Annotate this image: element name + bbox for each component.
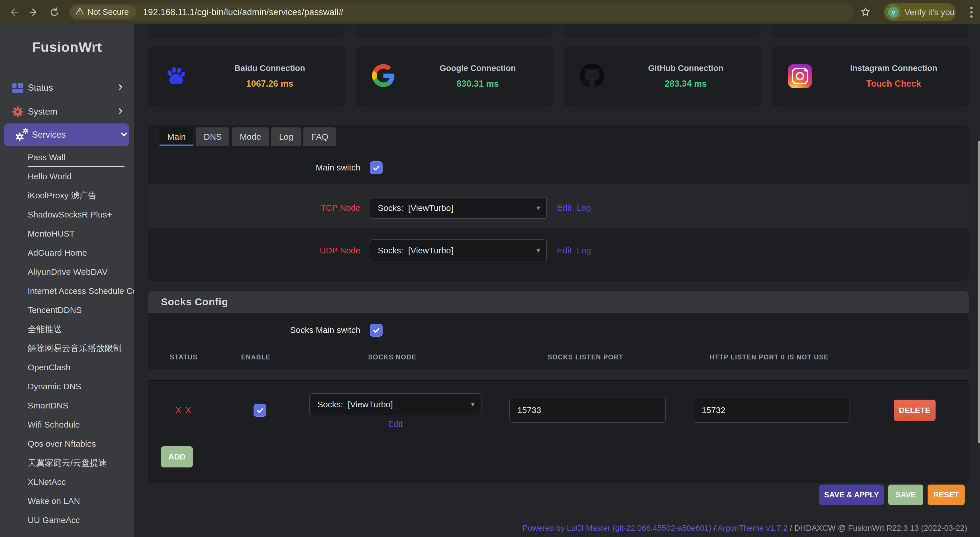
browser-menu-icon[interactable] xyxy=(970,7,973,20)
bookmark-star-icon[interactable] xyxy=(860,6,871,19)
tcp-edit-link[interactable]: Edit xyxy=(557,203,572,212)
passwall-panel: Main DNS Mode Log FAQ Main switch TCP No… xyxy=(148,125,969,281)
socks-main-switch-label: Socks Main switch xyxy=(148,325,360,335)
tcp-node-links: EditLog xyxy=(557,203,596,213)
main-content: Baidu Connection 1067.26 ms Google Conne… xyxy=(134,24,980,537)
sidebar-item-tianyi[interactable]: 天翼家庭云/云盘提速 xyxy=(0,453,134,472)
sidebar-item-xlnetacc[interactable]: XLNetAcc xyxy=(0,472,134,491)
sidebar-item-openclash[interactable]: OpenClash xyxy=(0,358,134,377)
delete-button[interactable]: DELETE xyxy=(894,400,935,421)
dropdown-caret-icon: ▾ xyxy=(536,246,540,255)
card-title: Instagram Connection xyxy=(850,64,937,73)
socks-node-select[interactable]: Socks: [ViewTurbo] ▾ xyxy=(309,394,482,415)
socks-row-edit-link[interactable]: Edit xyxy=(388,419,403,429)
tcp-log-link[interactable]: Log xyxy=(577,203,591,212)
partial-card xyxy=(356,25,553,38)
udp-log-link[interactable]: Log xyxy=(577,246,591,255)
card-title: GitHub Connection xyxy=(648,64,723,73)
browser-toolbar: Not Secure 192.168.11.1/cgi-bin/luci/adm… xyxy=(0,0,980,24)
udp-node-select[interactable]: Socks: [ViewTurbo] ▾ xyxy=(370,239,547,261)
udp-edit-link[interactable]: Edit xyxy=(557,246,572,255)
sidebar-item-services[interactable]: Services xyxy=(4,123,129,146)
sidebar-item-mentohust[interactable]: MentoHUST xyxy=(0,224,134,243)
sidebar-item-smartdns[interactable]: SmartDNS xyxy=(0,396,134,415)
sidebar-item-wifischedule[interactable]: Wifi Schedule xyxy=(0,415,134,434)
gears-icon xyxy=(16,129,27,140)
back-icon[interactable] xyxy=(7,6,20,19)
reset-button[interactable]: RESET xyxy=(928,484,965,505)
sidebar-item-wol[interactable]: Wake on LAN xyxy=(0,491,134,510)
sidebar-item-qos[interactable]: Qos over Nftables xyxy=(0,434,134,453)
sidebar-item-schedule-control[interactable]: Internet Access Schedule Con xyxy=(0,281,134,300)
card-latency-value: 283.34 ms xyxy=(665,79,707,89)
sidebar-item-adguard[interactable]: AdGuard Home xyxy=(0,243,134,262)
sidebar-item-ssrplus[interactable]: ShadowSocksR Plus+ xyxy=(0,205,134,224)
save-apply-button[interactable]: SAVE & APPLY xyxy=(819,484,884,505)
partial-card xyxy=(772,25,969,38)
sidebar-item-system[interactable]: System xyxy=(0,100,134,124)
sidebar-item-uugameacc[interactable]: UU GameAcc xyxy=(0,510,134,530)
warning-icon xyxy=(75,7,84,18)
status-grid-icon xyxy=(12,82,23,94)
argon-theme-link[interactable]: ArgonTheme v1.7.2 xyxy=(718,524,788,532)
refresh-icon[interactable] xyxy=(48,6,61,19)
sidebar-item-ikoolproxy[interactable]: iKoolProxy 滤广告 xyxy=(0,186,134,205)
firmware-version-text: DHDAXCW @ FusionWrt R22.3.13 (2022-03-22… xyxy=(794,524,967,532)
main-switch-checkbox[interactable] xyxy=(370,161,383,174)
http-listen-port-input[interactable] xyxy=(694,398,850,423)
add-button[interactable]: ADD xyxy=(161,446,193,467)
chevron-down-icon xyxy=(120,130,128,139)
socks-listen-port-input[interactable] xyxy=(509,398,666,423)
tab-dns[interactable]: DNS xyxy=(196,127,229,146)
card-latency-value: 830.31 ms xyxy=(457,79,499,89)
card-google-connection: Google Connection 830.31 ms xyxy=(356,46,553,106)
google-g-icon xyxy=(372,64,395,88)
udp-node-links: EditLog xyxy=(557,246,596,255)
card-latency-value: 1067.26 ms xyxy=(246,79,293,89)
main-switch-label: Main switch xyxy=(148,163,360,172)
partial-card xyxy=(148,25,345,38)
scrollbar-thumb[interactable] xyxy=(978,141,980,443)
tab-mode[interactable]: Mode xyxy=(232,127,269,146)
save-button[interactable]: SAVE xyxy=(888,484,923,505)
section-title: Socks Config xyxy=(161,296,228,308)
instagram-icon xyxy=(788,64,812,88)
sidebar-item-passwall[interactable]: Pass Wall xyxy=(0,148,134,167)
not-secure-chip[interactable]: Not Secure xyxy=(70,5,136,19)
url-text[interactable]: 192.168.11.1/cgi-bin/luci/admin/services… xyxy=(143,7,344,18)
avatar-ring: v xyxy=(886,5,900,19)
sidebar-item-status[interactable]: Status xyxy=(0,76,134,100)
sidebar-item-ddns[interactable]: Dynamic DNS xyxy=(0,377,134,396)
services-submenu: Pass Wall Hello World iKoolProxy 滤广告 Sha… xyxy=(0,148,134,530)
chevron-right-icon xyxy=(117,107,124,116)
socks-main-switch-checkbox[interactable] xyxy=(370,324,383,336)
page-footer: Powered by LuCI Master (git-22.068.45502… xyxy=(134,524,967,533)
sidebar-item-tencentddns[interactable]: TencentDDNS xyxy=(0,300,134,320)
card-baidu-connection: Baidu Connection 1067.26 ms xyxy=(148,46,345,106)
tab-faq[interactable]: FAQ xyxy=(304,127,336,146)
tcp-node-label: TCP Node xyxy=(148,203,360,213)
sidebar-item-aliyundrive[interactable]: AliyunDrive WebDAV xyxy=(0,262,134,281)
sidebar-item-push[interactable]: 全能推送 xyxy=(0,320,134,339)
table-divider-row xyxy=(148,369,969,381)
forward-icon[interactable] xyxy=(27,6,40,19)
baidu-paw-icon xyxy=(164,64,188,89)
tcp-node-select[interactable]: Socks: [ViewTurbo] ▾ xyxy=(370,197,547,219)
tab-log[interactable]: Log xyxy=(271,127,301,146)
sidebar-item-unblock-netease[interactable]: 解除网易云音乐播放限制 xyxy=(0,339,134,358)
card-title: Google Connection xyxy=(439,64,515,73)
chevron-right-icon xyxy=(117,83,124,92)
luci-link[interactable]: Powered by LuCI Master (git-22.068.45502… xyxy=(522,524,711,532)
profile-button[interactable]: v Verify it's you xyxy=(884,3,956,21)
col-header-enable: ENABLE xyxy=(241,354,270,361)
socks-row-enable-checkbox[interactable] xyxy=(253,404,266,417)
tab-bar: Main DNS Mode Log FAQ xyxy=(159,127,336,146)
col-header-status: STATUS xyxy=(170,354,198,361)
tab-main[interactable]: Main xyxy=(159,127,193,146)
sidebar-item-helloworld[interactable]: Hello World xyxy=(0,167,134,186)
app-logo: FusionWrt xyxy=(0,39,134,55)
card-instagram-connection: Instagram Connection Touch Check xyxy=(772,46,969,106)
card-github-connection: GitHub Connection 283.34 ms xyxy=(564,46,760,106)
address-bar[interactable]: Not Secure 192.168.11.1/cgi-bin/luci/adm… xyxy=(68,3,855,21)
socks-config-section: Socks Config Socks Main switch STATUS EN… xyxy=(148,291,969,483)
